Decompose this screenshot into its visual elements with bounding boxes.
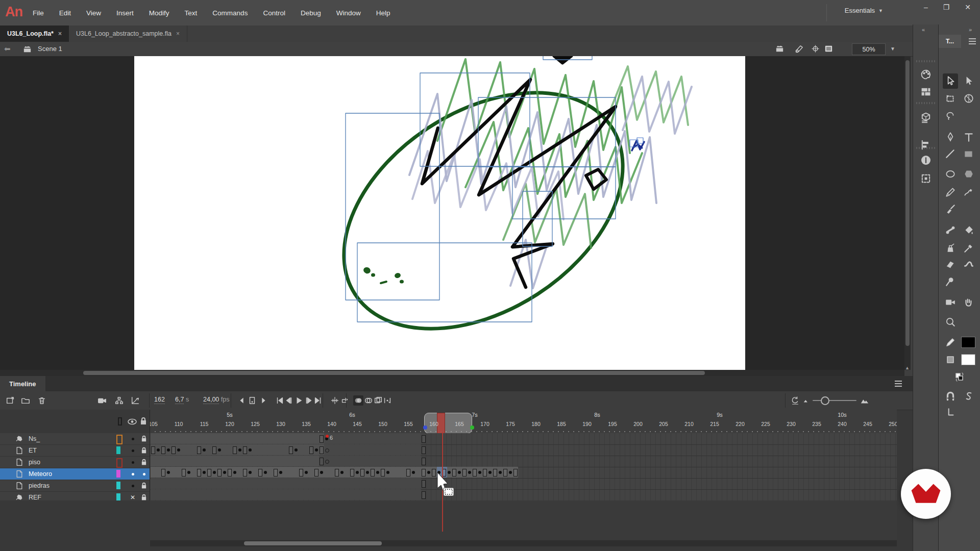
- menu-window[interactable]: Window: [335, 7, 362, 19]
- panel-grip[interactable]: [916, 60, 936, 62]
- scrollbar-arrow-icon[interactable]: ▲: [905, 365, 910, 370]
- layer-lock-toggle[interactable]: [140, 458, 148, 466]
- script-s-tool[interactable]: [961, 388, 976, 404]
- layer-color-swatch[interactable]: [116, 435, 122, 444]
- camera-tool[interactable]: [943, 294, 958, 310]
- onion-skin-button[interactable]: [353, 395, 363, 406]
- subselection-tool[interactable]: [961, 73, 976, 89]
- width-tool[interactable]: [961, 256, 976, 271]
- layer-visibility-toggle[interactable]: [129, 482, 137, 490]
- clip-content-icon[interactable]: [824, 44, 834, 56]
- zoom-out-frames-button[interactable]: [802, 395, 812, 406]
- elapsed-time-indicator[interactable]: 6,7 s: [175, 396, 189, 403]
- edit-multiple-frames-button[interactable]: [373, 395, 383, 406]
- line-tool[interactable]: [943, 146, 958, 162]
- new-layer-button[interactable]: [5, 395, 15, 406]
- paint-bucket-tool[interactable]: [961, 222, 976, 238]
- document-tab[interactable]: U3L6_Loop.fla*×: [0, 26, 69, 42]
- frame-rate-indicator[interactable]: 24,00 fps: [203, 396, 229, 403]
- frame-span[interactable]: [324, 444, 421, 455]
- onion-end-handle[interactable]: [470, 425, 474, 430]
- minimize-button[interactable]: –: [924, 3, 928, 11]
- layer-name[interactable]: piso: [29, 459, 40, 466]
- layer-row-ns-[interactable]: Ns_: [0, 433, 150, 445]
- lasso-tool[interactable]: [943, 109, 958, 124]
- menu-view[interactable]: View: [85, 7, 102, 19]
- menu-modify[interactable]: Modify: [148, 7, 170, 19]
- reset-zoom-button[interactable]: [790, 395, 800, 406]
- loop-frame-button[interactable]: [247, 395, 257, 406]
- corner-tool[interactable]: [943, 405, 958, 420]
- stroke-color-chip[interactable]: [961, 337, 975, 348]
- delete-layer-button[interactable]: [37, 395, 47, 406]
- layer-color-swatch[interactable]: [116, 482, 120, 489]
- onion-outlines-button[interactable]: [363, 395, 374, 406]
- color-palette-icon[interactable]: [920, 68, 932, 81]
- layer-row-et[interactable]: ET: [0, 445, 150, 457]
- close-icon[interactable]: ×: [58, 30, 62, 37]
- prev-frame-button[interactable]: [284, 395, 294, 406]
- frame-span[interactable]: [324, 433, 421, 444]
- step-forward-button[interactable]: [258, 395, 268, 406]
- eye-icon[interactable]: [128, 418, 137, 427]
- menu-commands[interactable]: Commands: [211, 7, 249, 19]
- bone-tool[interactable]: [943, 222, 958, 238]
- collapse-panels-icon[interactable]: «: [922, 27, 924, 33]
- frame-span[interactable]: [151, 478, 421, 489]
- timeline-scrollbar[interactable]: [150, 540, 897, 546]
- edit-scene-icon[interactable]: [775, 44, 785, 56]
- layer-color-swatch[interactable]: [116, 446, 120, 454]
- workspace-switcher[interactable]: Essentials ▼: [845, 7, 883, 14]
- asset-warp-tool[interactable]: [943, 274, 958, 289]
- layer-visibility-toggle[interactable]: [129, 435, 137, 443]
- menu-insert[interactable]: Insert: [115, 7, 135, 19]
- eyedropper-tool[interactable]: [961, 240, 976, 256]
- layer-visibility-toggle[interactable]: [129, 446, 137, 455]
- vertical-scrollbar[interactable]: [904, 56, 911, 370]
- zoom-in-frames-button[interactable]: [860, 395, 870, 406]
- current-frame-indicator[interactable]: 162: [154, 396, 165, 403]
- info-icon[interactable]: [920, 154, 932, 166]
- pen-tool[interactable]: [943, 130, 958, 145]
- text-tool[interactable]: [961, 130, 976, 145]
- layer-lock-toggle[interactable]: [140, 482, 148, 490]
- track-row-piso[interactable]: [150, 456, 897, 467]
- layer-row-meteoro[interactable]: Meteoro: [0, 468, 150, 480]
- menu-edit[interactable]: Edit: [58, 7, 72, 19]
- menu-help[interactable]: Help: [375, 7, 391, 19]
- menu-control[interactable]: Control: [262, 7, 286, 19]
- menu-file[interactable]: File: [32, 7, 45, 19]
- motion-graph-button[interactable]: [130, 395, 140, 406]
- new-folder-button[interactable]: [20, 395, 31, 406]
- ink-bottle-tool[interactable]: [943, 240, 958, 256]
- panel-menu-icon[interactable]: [968, 38, 976, 47]
- chevron-down-icon[interactable]: ▼: [890, 46, 895, 52]
- rectangle-tool[interactable]: [961, 146, 976, 162]
- layer-color-swatch[interactable]: [116, 458, 122, 468]
- art-brush-tool[interactable]: [961, 185, 976, 200]
- track-row-et[interactable]: [150, 444, 897, 456]
- back-arrow-icon[interactable]: ⬅: [4, 44, 11, 54]
- timeline-zoom-slider[interactable]: [813, 400, 856, 401]
- timeline-ruler[interactable]: 1051101151201251301351401451501551601651…: [150, 410, 897, 434]
- frame-span[interactable]: [151, 433, 324, 444]
- layer-color-swatch[interactable]: [116, 470, 120, 478]
- collapse-panels-icon[interactable]: »: [969, 27, 971, 33]
- vertical-scrollbar-thumb[interactable]: [905, 60, 910, 346]
- outline-view-icon[interactable]: [117, 417, 122, 428]
- timeline-tracks[interactable]: 6: [150, 433, 897, 500]
- document-tab[interactable]: U3L6_Loop_abstracto_sample.fla×: [69, 26, 187, 42]
- menu-text[interactable]: Text: [184, 7, 199, 19]
- horizontal-scrollbar-thumb[interactable]: [83, 371, 705, 375]
- layer-name[interactable]: Ns_: [29, 435, 40, 442]
- gradient-transform-tool[interactable]: [961, 91, 976, 106]
- tools-tab[interactable]: T...: [939, 35, 961, 48]
- layer-lock-toggle[interactable]: [140, 446, 148, 455]
- hand-tool[interactable]: [961, 294, 976, 310]
- go-first-button[interactable]: [275, 395, 285, 406]
- selection-tool[interactable]: [943, 73, 958, 89]
- modify-markers-button[interactable]: [382, 395, 393, 406]
- frame-span[interactable]: [151, 489, 421, 500]
- free-transform-tool[interactable]: [943, 91, 958, 106]
- close-button[interactable]: ✕: [965, 3, 971, 11]
